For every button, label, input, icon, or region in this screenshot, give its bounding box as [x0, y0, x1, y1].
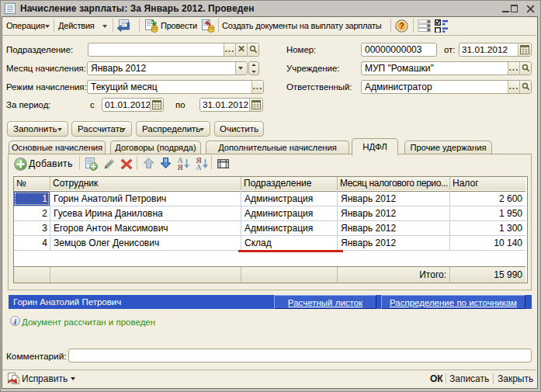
- svg-text:А: А: [196, 163, 203, 171]
- svg-text:?: ?: [399, 21, 404, 30]
- svg-text:Я: Я: [178, 163, 184, 171]
